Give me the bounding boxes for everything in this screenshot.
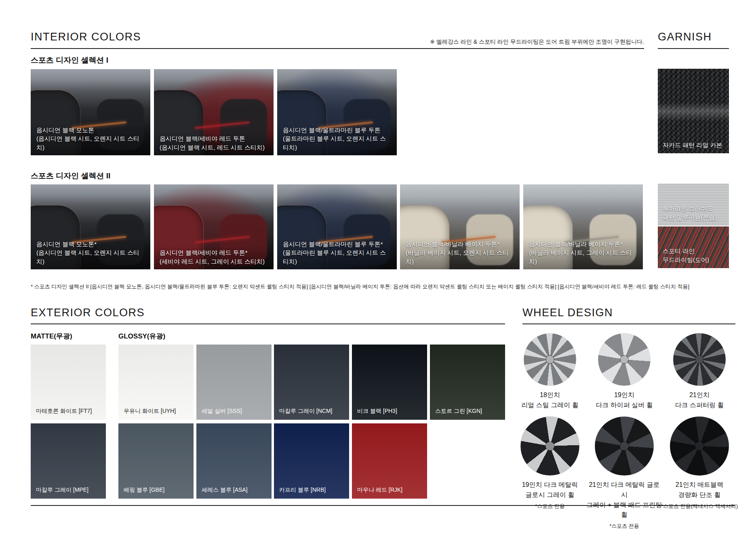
exterior-swatch-storr-green: 스토르 그린 [KGN] — [430, 345, 505, 420]
garnish-swatch-jacquard-carbon: 자카드 패턴 리얼 카본 — [658, 69, 729, 153]
exterior-swatch-label: 베링 블루 [GBE] — [124, 486, 164, 494]
interior-photo-vanilla-beige-gray-stitch: 옵시디언 블랙/바닐라 베이지 투톤* (바닐라 베이지 시트, 그레이 시트 … — [523, 184, 643, 269]
exterior-swatch-makalu-gray-ncm: 마칼루 그레이 [NCM] — [274, 345, 349, 420]
exterior-swatch-label: 비크 블랙 [PH3] — [357, 408, 397, 415]
wheel-name-line1: 21인치 매트블랙 — [661, 480, 738, 490]
wheel-name-line1: 19인치 다크 메탈릭 — [522, 480, 578, 490]
exterior-swatch-label: 우유니 화이트 [UYH] — [124, 408, 176, 415]
selection1-heading: 스포츠 디자인 셀렉션 I — [31, 55, 108, 66]
exterior-swatch-label: 스토르 그린 [KGN] — [435, 408, 482, 415]
interior-photo-vanilla-beige-orange-stitch: 옵시디언 블랙/바닐라 베이지 투톤* (바닐라 베이지 시트, 오렌지 시트 … — [400, 184, 520, 269]
wheel-icon — [670, 417, 729, 476]
selection2-heading: 스포츠 디자인 셀렉션 II — [31, 171, 110, 181]
interior-note: ※ 엘레강스 라인 & 스포티 라인 무드라이팅은 도어 트림 부위에만 조명이… — [323, 38, 644, 46]
wheel-icon — [598, 333, 651, 386]
wheel-icon — [595, 417, 654, 476]
exterior-swatch-label: 마칼루 그레이 [NCM] — [279, 408, 332, 415]
interior-detail: (옵시디언 블랙 시트, 오렌지 시트 스티치) — [36, 248, 145, 266]
exterior-swatch-matterhorn-white: 마테호른 화이트 [FT7] — [31, 345, 106, 420]
wheel-size: 19인치 — [596, 390, 653, 400]
wheel-19-dark-metallic-glossy-gray: 19인치 다크 메탈릭 글로시 그레이 휠 *스포츠 전용 — [512, 417, 588, 510]
interior-name: 옵시디언 블랙/세비야 레드 투톤 — [160, 134, 268, 143]
interior-name: 옵시디언 블랙/울트라마린 블루 투톤 — [283, 126, 391, 134]
garnish-caption: 패턴 알루미늄(콘솔) — [663, 213, 724, 222]
interior-photo-sevilla-red-seats: 옵시디언 블랙/세비야 레드 투톤* (세비야 레드 시트, 그레이 시트 스티… — [154, 184, 274, 269]
wheel-name: 다크 스퍼터링 휠 — [675, 400, 724, 410]
garnish-title: GARNISH — [658, 31, 712, 43]
wheel-note: *스포츠 전용 — [586, 522, 663, 530]
wheel-size: 21인치 — [675, 390, 724, 400]
garnish-swatch-sporty-moodlighting: 스포티 라인 무드라이팅(도어) — [658, 226, 729, 268]
exterior-colors-title: EXTERIOR COLORS — [31, 307, 145, 319]
garnish-caption: 무드라이팅(도어) — [663, 256, 724, 264]
interior-detail: (옵시디언 블랙 시트, 오렌지 시트 스티치) — [36, 134, 145, 152]
exterior-swatch-label: 카프리 블루 [NRB] — [279, 486, 326, 494]
exterior-swatch-label: 세레스 블루 [ASA] — [202, 486, 248, 494]
interior-detail: (바닐라 베이지 시트, 그레이 시트 스티치) — [529, 248, 637, 266]
exterior-swatch-label: 마테호른 화이트 [FT7] — [36, 408, 92, 415]
exterior-swatch-mauna-red: 마우나 레드 [RJK] — [352, 423, 427, 499]
interior-photo-black-ultramarine-blue: 옵시디언 블랙/울트라마린 블루 투톤 (울트라마린 블루 시트, 오렌지 시트… — [277, 69, 397, 155]
interior-photo-ultramarine-blue-seats: 옵시디언 블랙/울트라마린 블루 투톤* (울트라마린 블루 시트, 오렌지 시… — [277, 184, 397, 269]
garnish-swatch-brushed-aluminum: 헤어라인 브러쉬드 패턴 알루미늄(콘솔) — [658, 184, 729, 226]
wheel-name-line2: 글로시 그레이 휠 — [522, 490, 578, 500]
wheel-21-dark-metallic-glossy-pad: 21인치 다크 메탈릭 글로시 그레이 + 블랙 패드 프린팅 휠 *스포츠 전… — [586, 417, 663, 530]
wheel-note: *스포츠 전용 — [522, 502, 578, 510]
wheel-name-line1: 21인치 다크 메탈릭 글로시 — [586, 480, 663, 500]
exterior-section-rule — [31, 324, 505, 324]
interior-photo-obsidian-black-mono-2: 옵시디언 블랙 모노톤* (옵시디언 블랙 시트, 오렌지 시트 스티치) — [31, 184, 150, 269]
wheel-21-dark-sputtering: 21인치 다크 스퍼터링 휠 — [661, 333, 738, 412]
exterior-swatch-vik-black: 비크 블랙 [PH3] — [352, 345, 427, 420]
interior-colors-title: INTERIOR COLORS — [31, 31, 141, 43]
wheel-section-rule — [522, 324, 735, 324]
garnish-caption: 자카드 패턴 리얼 카본 — [663, 141, 724, 149]
wheel-icon — [524, 333, 576, 386]
exterior-swatch-label: 세빌 실버 [SSS] — [202, 408, 242, 415]
wheel-name-line2: 그레이 + 블랙 패드 프린팅 휠 — [586, 500, 663, 520]
interior-detail: (세비야 레드 시트, 그레이 시트 스티치) — [160, 257, 268, 266]
interior-name: 옵시디언 블랙/바닐라 베이지 투톤* — [406, 240, 514, 248]
bottom-rule — [31, 505, 735, 506]
interior-detail: (울트라마린 블루 시트, 오렌지 시트 스티치) — [283, 134, 391, 152]
garnish-caption: 스포티 라인 — [663, 247, 724, 255]
interior-photo-black-sevilla-red: 옵시디언 블랙/세비야 레드 투톤 (옵시디언 블랙 시트, 레드 시트 스티치… — [154, 69, 274, 155]
interior-footnote: * 스포츠 디자인 셀렉션 II [옵시디언 블랙 모노톤, 옵시디언 블랙/울… — [31, 283, 689, 290]
garnish-section-rule — [658, 48, 729, 49]
wheel-icon — [673, 333, 726, 386]
wheel-21-matte-black-forged: 21인치 매트블랙 경량화 단조 휠 *스포츠 전용(제네시스 액세서리) — [661, 417, 738, 510]
matte-label: MATTE(무광) — [31, 332, 72, 341]
wheel-size: 18인치 — [521, 390, 578, 400]
garnish-caption: 헤어라인 브러쉬드 — [663, 204, 724, 213]
interior-name: 옵시디언 블랙/울트라마린 블루 투톤* — [283, 240, 391, 248]
wheel-19-dark-hyper-silver: 19인치 다크 하이퍼 실버 휠 — [586, 333, 663, 412]
exterior-swatch-label: 마칼루 그레이 [MPE] — [36, 486, 88, 494]
interior-name: 옵시디언 블랙/바닐라 베이지 투톤* — [529, 240, 637, 248]
interior-detail: (바닐라 베이지 시트, 오렌지 시트 스티치) — [406, 248, 514, 266]
interior-detail: (옵시디언 블랙 시트, 레드 시트 스티치) — [160, 143, 268, 152]
exterior-swatch-uyuni-white: 우유니 화이트 [UYH] — [118, 345, 194, 420]
wheel-name-line2: 경량화 단조 휠 — [661, 490, 738, 500]
exterior-swatch-capri-blue: 카프리 블루 [NRB] — [274, 423, 349, 499]
interior-name: 옵시디언 블랙 모노톤* — [36, 240, 145, 248]
wheel-name: 다크 하이퍼 실버 휠 — [596, 400, 653, 410]
exterior-swatch-seville-silver: 세빌 실버 [SSS] — [196, 345, 272, 420]
exterior-swatch-makalu-gray-mpe: 마칼루 그레이 [MPE] — [31, 423, 106, 499]
wheel-name: 리얼 스틸 그레이 휠 — [521, 400, 578, 410]
wheel-icon — [520, 417, 579, 476]
wheel-18-real-steel-gray: 18인치 리얼 스틸 그레이 휠 — [512, 333, 588, 412]
wheel-design-title: WHEEL DESIGN — [522, 307, 613, 319]
interior-name: 옵시디언 블랙/세비야 레드 투톤* — [160, 248, 268, 257]
wheel-note: *스포츠 전용(제네시스 액세서리) — [661, 502, 738, 510]
interior-detail: (울트라마린 블루 시트, 오렌지 시트 스티치) — [283, 248, 391, 266]
exterior-swatch-label: 마우나 레드 [RJK] — [357, 486, 402, 494]
exterior-swatch-ceres-blue: 세레스 블루 [ASA] — [196, 423, 272, 499]
interior-section-rule — [31, 48, 644, 49]
brochure-page: INTERIOR COLORS ※ 엘레강스 라인 & 스포티 라인 무드라이팅… — [0, 0, 756, 535]
interior-photo-obsidian-black-mono: 옵시디언 블랙 모노톤 (옵시디언 블랙 시트, 오렌지 시트 스티치) — [31, 69, 150, 155]
exterior-swatch-bering-blue: 베링 블루 [GBE] — [118, 423, 194, 499]
glossy-label: GLOSSY(유광) — [118, 332, 165, 341]
interior-name: 옵시디언 블랙 모노톤 — [36, 126, 145, 134]
